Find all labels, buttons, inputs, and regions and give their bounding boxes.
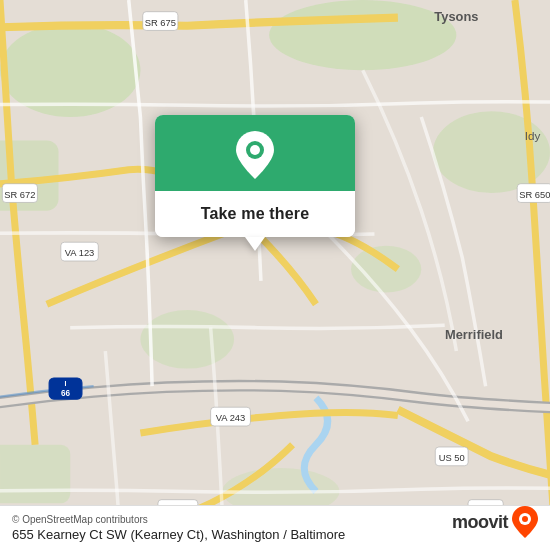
moovit-pin-icon [512,506,538,538]
svg-text:VA 243: VA 243 [216,413,246,423]
svg-point-40 [250,145,260,155]
bottom-bar: © OpenStreetMap contributors 655 Kearney… [0,505,550,550]
svg-rect-7 [0,445,70,504]
take-me-there-button[interactable]: Take me there [155,191,355,237]
svg-text:Merrifield: Merrifield [445,327,503,342]
svg-text:VA 123: VA 123 [65,248,95,258]
popup-header [155,115,355,191]
svg-text:US 50: US 50 [439,453,465,463]
svg-point-2 [269,0,456,70]
svg-text:Idy: Idy [525,129,541,142]
svg-text:I: I [65,380,67,387]
moovit-logo: moovit [452,506,538,538]
svg-text:SR 672: SR 672 [4,190,35,200]
location-pin-icon [233,133,277,177]
map-background: SR 675 SR 674 SR 672 VA 123 SR 674 SR 65… [0,0,550,550]
svg-point-5 [140,310,234,369]
svg-text:SR 675: SR 675 [145,18,176,28]
svg-text:SR 650: SR 650 [519,190,550,200]
svg-text:66: 66 [61,389,71,398]
svg-point-42 [522,516,528,522]
svg-text:Tysons: Tysons [434,9,478,24]
map-container: SR 675 SR 674 SR 672 VA 123 SR 674 SR 65… [0,0,550,550]
popup-card: Take me there [155,115,355,237]
moovit-text: moovit [452,512,508,533]
